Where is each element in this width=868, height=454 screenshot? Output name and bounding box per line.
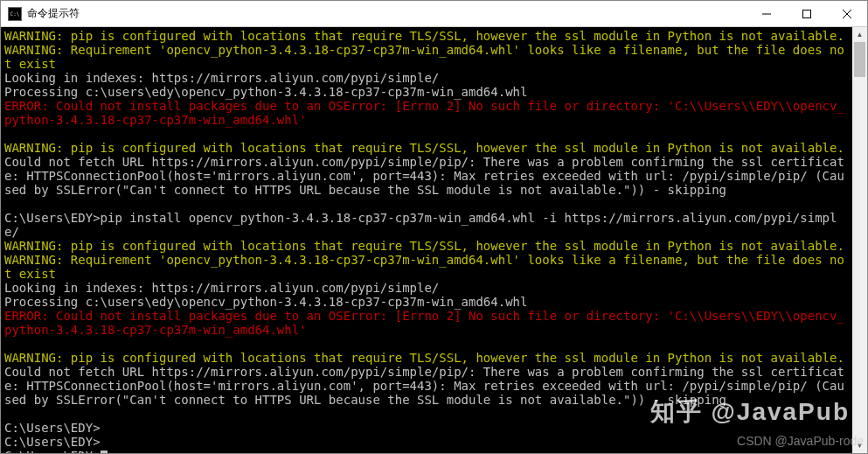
- terminal-line: WARNING: Requirement 'opencv_python-3.4.…: [4, 253, 844, 281]
- terminal-line: C:\Users\EDY>: [4, 421, 101, 435]
- scroll-up-button[interactable]: ▲: [852, 27, 867, 42]
- terminal-area: WARNING: pip is configured with location…: [1, 27, 867, 453]
- terminal-line: Could not fetch URL https://mirrors.aliy…: [4, 155, 844, 197]
- window-controls: [746, 1, 867, 26]
- terminal-line: Looking in indexes: https://mirrors.aliy…: [4, 281, 439, 295]
- cmd-icon: [8, 7, 22, 21]
- terminal-line: Could not fetch URL https://mirrors.aliy…: [4, 365, 844, 407]
- terminal-line: WARNING: pip is configured with location…: [4, 141, 844, 155]
- scroll-thumb[interactable]: [854, 42, 865, 77]
- terminal-line: ERROR: Could not install packages due to…: [4, 99, 844, 127]
- terminal-line: Processing c:\users\edy\opencv_python-3.…: [4, 295, 527, 309]
- terminal-line: WARNING: Requirement 'opencv_python-3.4.…: [4, 43, 844, 71]
- terminal-line: WARNING: pip is configured with location…: [4, 351, 844, 365]
- cursor: [101, 451, 108, 453]
- terminal-line: WARNING: pip is configured with location…: [4, 29, 844, 43]
- titlebar[interactable]: 命令提示符: [1, 1, 867, 27]
- scroll-down-button[interactable]: ▼: [852, 438, 867, 453]
- vertical-scrollbar[interactable]: ▲ ▼: [852, 27, 867, 453]
- svg-rect-1: [803, 10, 811, 17]
- terminal-line: Looking in indexes: https://mirrors.aliy…: [4, 71, 439, 85]
- scroll-track[interactable]: [852, 42, 867, 438]
- maximize-button[interactable]: [787, 1, 827, 26]
- window-title: 命令提示符: [27, 6, 80, 21]
- terminal-prompt[interactable]: C:\Users\EDY>: [4, 449, 101, 453]
- minimize-button[interactable]: [746, 1, 787, 26]
- terminal-line: Processing c:\users\edy\opencv_python-3.…: [4, 85, 527, 99]
- terminal-line: C:\Users\EDY>: [4, 435, 101, 449]
- terminal-line: WARNING: pip is configured with location…: [4, 239, 844, 253]
- terminal-line: ERROR: Could not install packages due to…: [4, 309, 844, 337]
- close-button[interactable]: [827, 1, 867, 26]
- terminal-line: C:\Users\EDY>pip install opencv_python-3…: [4, 211, 837, 239]
- terminal-output[interactable]: WARNING: pip is configured with location…: [1, 27, 852, 453]
